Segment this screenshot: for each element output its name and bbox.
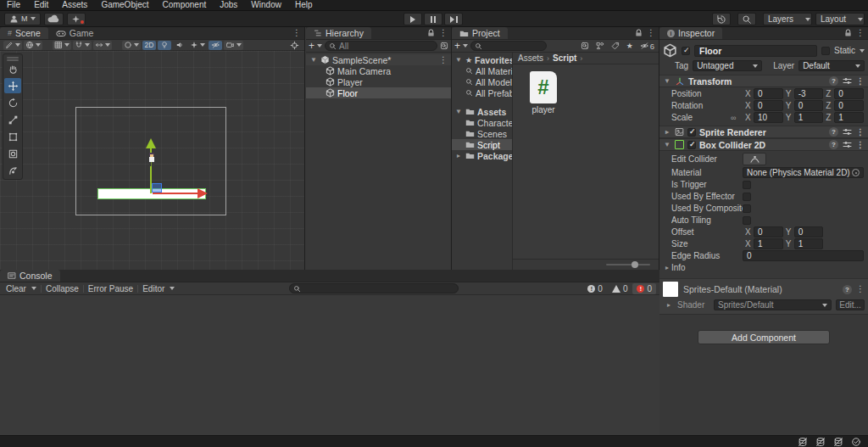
component-enabled-checkbox[interactable] <box>687 141 696 149</box>
shader-edit-button[interactable]: Edit... <box>836 299 865 310</box>
clear-button[interactable]: Clear <box>2 284 41 293</box>
gizmo-x-axis[interactable] <box>153 193 198 194</box>
rect-tool[interactable] <box>4 129 21 144</box>
step-button[interactable] <box>444 13 463 25</box>
grid-snap-dropdown[interactable] <box>53 41 71 50</box>
asset-pipeline-disabled-icon[interactable] <box>815 437 826 447</box>
camera-dropdown[interactable] <box>224 41 243 50</box>
presets-icon[interactable] <box>843 140 852 149</box>
add-component-button[interactable]: Add Component <box>698 330 830 344</box>
rotation-y-field[interactable]: 0 <box>794 100 824 111</box>
breadcrumb-assets[interactable]: Assets <box>518 53 543 63</box>
auto-tiling-checkbox[interactable] <box>743 216 751 225</box>
info-row[interactable]: ▸ Info <box>659 262 868 273</box>
tab-scene[interactable]: # Scene <box>0 27 48 39</box>
hand-tool[interactable] <box>4 61 21 76</box>
hierarchy-row-player[interactable]: Player <box>306 76 451 87</box>
hierarchy-row-floor[interactable]: Floor <box>306 87 451 98</box>
tab-console[interactable]: Console <box>0 270 60 282</box>
sprite-renderer-header[interactable]: ▸ Sprite Renderer ? ⋮ <box>659 126 868 138</box>
scene-viewport[interactable] <box>0 51 304 270</box>
info-messages-toggle[interactable]: !0 <box>583 283 607 294</box>
hidden-packages-toggle[interactable]: 6 <box>640 42 654 51</box>
toggle-lighting[interactable] <box>158 41 171 50</box>
pause-button[interactable] <box>424 13 442 25</box>
custom-tool[interactable] <box>4 163 21 178</box>
tab-hierarchy[interactable]: Hierarchy <box>306 27 371 39</box>
kebab-icon[interactable]: ⋮ <box>856 77 865 86</box>
move-snap-dropdown[interactable] <box>93 41 112 50</box>
create-plus-button[interactable]: + <box>309 42 314 50</box>
menu-gameobject[interactable]: GameObject <box>94 0 155 10</box>
static-checkbox[interactable] <box>821 47 830 55</box>
box-collider-header[interactable]: ▼ Box Collider 2D ? ⋮ <box>659 138 868 151</box>
tag-dropdown[interactable]: Untagged <box>693 60 762 71</box>
component-enabled-checkbox[interactable] <box>687 128 696 137</box>
cache-server-disabled-icon[interactable] <box>798 437 808 447</box>
breadcrumb-script[interactable]: Script <box>553 53 576 63</box>
scene-visibility-toggle[interactable] <box>209 41 222 50</box>
lock-icon[interactable] <box>635 29 643 37</box>
menu-file[interactable]: File <box>0 0 27 10</box>
favorite-star-icon[interactable]: ★ <box>626 42 633 50</box>
foldout-closed-icon[interactable]: ▸ <box>663 264 671 271</box>
shading-mode-dropdown[interactable] <box>122 41 141 50</box>
foldout-open-icon[interactable]: ▼ <box>309 56 318 64</box>
hierarchy-row-main-camera[interactable]: Main Camera <box>306 65 451 76</box>
collapse-button[interactable]: Collapse <box>42 284 83 293</box>
help-icon[interactable]: ? <box>829 127 838 137</box>
position-z-field[interactable]: 0 <box>834 88 864 99</box>
tree-folder-script[interactable]: Script <box>452 139 512 150</box>
offset-x-field[interactable]: 0 <box>754 226 783 237</box>
editor-dropdown[interactable]: Editor <box>138 284 179 293</box>
position-x-field[interactable]: 0 <box>754 88 783 99</box>
size-x-field[interactable]: 1 <box>754 238 783 249</box>
menu-edit[interactable]: Edit <box>27 0 55 10</box>
snap-magnet-dropdown[interactable] <box>73 41 92 50</box>
console-log-area[interactable] <box>0 295 659 435</box>
is-trigger-checkbox[interactable] <box>743 181 751 189</box>
error-pause-button[interactable]: Error Pause <box>84 284 137 293</box>
player-sprite[interactable] <box>146 152 158 167</box>
offset-y-field[interactable]: 0 <box>794 226 824 237</box>
transform-tool[interactable] <box>4 146 21 161</box>
scale-tool[interactable] <box>4 112 21 127</box>
effects-dropdown[interactable] <box>188 41 207 50</box>
tree-all-materials[interactable]: All Materia <box>452 65 512 76</box>
asset-grid[interactable]: # player <box>513 64 659 259</box>
foldout-closed-icon[interactable]: ▸ <box>663 128 671 136</box>
draw-mode-dropdown[interactable] <box>3 41 22 50</box>
search-by-type-icon[interactable] <box>596 42 604 50</box>
foldout-closed-icon[interactable]: ▸ <box>665 301 673 309</box>
size-y-field[interactable]: 1 <box>794 238 824 249</box>
foldout-open-icon[interactable]: ▼ <box>663 141 671 148</box>
move-tool[interactable] <box>4 78 21 93</box>
tree-all-models[interactable]: All Models <box>452 76 512 87</box>
menu-assets[interactable]: Assets <box>55 0 94 10</box>
open-in-search-icon[interactable] <box>581 42 589 50</box>
object-picker-icon[interactable] <box>852 169 860 176</box>
tree-favorites[interactable]: ▼ ★ Favorites <box>452 54 512 65</box>
tab-game[interactable]: Game <box>48 27 102 39</box>
lock-icon[interactable] <box>844 29 852 37</box>
gizmo-globe-dropdown[interactable] <box>24 41 42 50</box>
transform-header[interactable]: ▼ Transform ? ⋮ <box>659 75 868 87</box>
cloud-button[interactable] <box>44 13 64 25</box>
object-name-field[interactable]: Floor <box>694 45 817 57</box>
undo-history-button[interactable] <box>712 13 731 25</box>
uniform-scale-link-icon[interactable]: ∞ <box>731 114 743 122</box>
inspector-menu-kebab-icon[interactable]: ⋮ <box>856 29 865 37</box>
console-search-input[interactable] <box>289 283 459 293</box>
foldout-open-icon[interactable]: ▼ <box>454 108 463 115</box>
foldout-open-icon[interactable]: ▼ <box>454 56 463 64</box>
play-button[interactable] <box>403 13 422 25</box>
foldout-open-icon[interactable]: ▼ <box>663 77 671 85</box>
rotation-x-field[interactable]: 0 <box>754 100 783 111</box>
warning-messages-toggle[interactable]: 0 <box>608 283 632 294</box>
progress-check-icon[interactable] <box>851 437 861 447</box>
project-search-input[interactable] <box>470 41 547 51</box>
error-messages-toggle[interactable]: !0 <box>632 283 656 294</box>
toggle-audio[interactable] <box>173 41 186 50</box>
help-icon[interactable]: ? <box>843 285 852 294</box>
project-menu-kebab-icon[interactable]: ⋮ <box>647 29 655 37</box>
